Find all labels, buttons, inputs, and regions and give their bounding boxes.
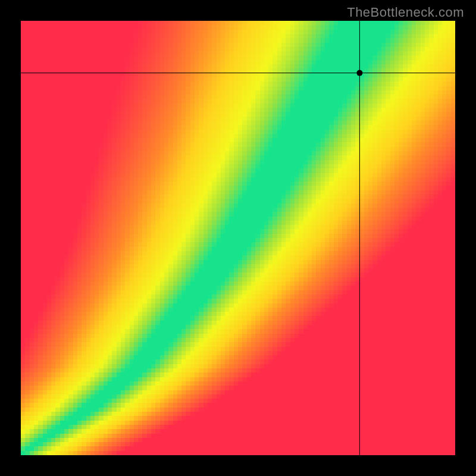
bottleneck-heatmap [21, 21, 455, 455]
watermark-text: TheBottleneck.com [347, 5, 464, 20]
chart-frame: TheBottleneck.com [0, 0, 476, 476]
